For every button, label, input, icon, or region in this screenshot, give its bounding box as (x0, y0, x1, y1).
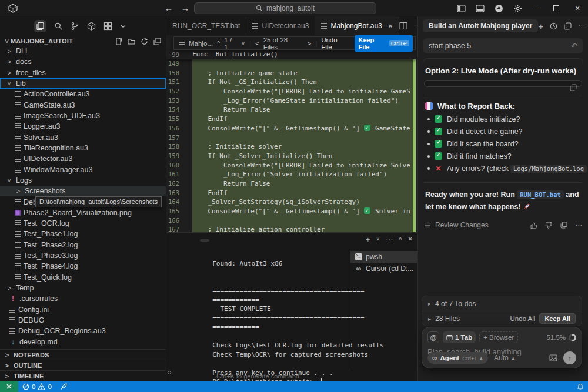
terminal-instance[interactable]: Cursor (cd D:... (350, 263, 417, 274)
collapse-all-icon[interactable] (153, 38, 161, 45)
editor-tab[interactable]: UIDetector.au3 (246, 16, 315, 35)
tree-item[interactable]: Config.ini (0, 304, 166, 315)
panel-tab[interactable] (200, 239, 209, 242)
editor-tab[interactable]: MahjongBot.au3 ✕ (315, 16, 399, 35)
tree-item[interactable]: Lib (0, 78, 166, 89)
tree-item[interactable]: free_tiles (0, 68, 166, 78)
command-center-search[interactable]: mahjong_autoit (194, 2, 376, 14)
attach-image-icon[interactable] (549, 354, 557, 362)
menu-item[interactable] (32, 4, 42, 12)
menu-item[interactable] (64, 4, 74, 12)
search-icon[interactable] (54, 22, 63, 31)
restore-checkpoint-icon[interactable]: ↶ (571, 42, 577, 51)
status-item[interactable] (564, 353, 573, 364)
tree-item[interactable]: UIDetector.au3 (0, 153, 166, 164)
editor-tab[interactable]: RUN_OCR_TEST.bat (166, 16, 246, 35)
tree-item[interactable]: Solver.au3 (0, 132, 166, 143)
files-row[interactable]: ▸ 28 Files Undo All Keep All (422, 311, 582, 326)
tree-item[interactable]: Logger.au3 (0, 121, 166, 132)
todos-row[interactable]: ▸ 4 of 7 To-dos (422, 296, 582, 311)
sidebar-section-timeline[interactable]: TIMELINE (0, 370, 166, 381)
toggle-panel-icon[interactable] (476, 4, 485, 13)
history-icon[interactable] (550, 22, 557, 30)
tree-item[interactable]: Test_Phase1.log (0, 229, 166, 239)
tree-item[interactable]: ImageSearch_UDF.au3 (0, 110, 166, 121)
add-browser-chip[interactable]: + Browser (479, 331, 518, 343)
terminal-dropdown-icon[interactable]: ∨ (376, 236, 380, 244)
new-file-icon[interactable] (115, 38, 122, 45)
more-views-chevron-icon[interactable] (120, 23, 126, 29)
sidebar-section-outline[interactable]: OUTLINE (0, 360, 166, 370)
terminal-more-icon[interactable]: ⋯ (386, 236, 393, 244)
tree-item[interactable]: Test_OCR.log (0, 218, 166, 229)
tab-context-chip[interactable]: 1 Tab (443, 331, 476, 343)
prev-file-icon[interactable]: < (255, 40, 259, 47)
undo-all-button[interactable]: Undo All (510, 315, 536, 322)
close-tab-icon[interactable]: ✕ (388, 23, 393, 29)
mention-button[interactable]: @ (427, 331, 439, 343)
new-folder-icon[interactable] (128, 38, 135, 45)
status-item[interactable] (564, 387, 573, 392)
explorer-header[interactable]: MAHJONG_AUTOIT (0, 35, 166, 47)
tree-item[interactable]: WindowManager.au3 (0, 164, 166, 175)
remote-indicator[interactable] (0, 381, 18, 392)
review-changes-row[interactable]: Review Changes ⋯ (424, 221, 582, 229)
terminal-output[interactable]: Found: AutoIt3 x86 =====================… (173, 250, 349, 377)
tree-item[interactable]: Test_Quick.log (0, 272, 166, 283)
keep-file-button[interactable]: Keep FileCtrl+↵ (355, 35, 413, 52)
tree-item[interactable]: docs (0, 56, 166, 67)
feedback-rocket-icon[interactable] (56, 381, 72, 392)
tree-item[interactable]: ActionController.au3 (0, 89, 166, 99)
tree-item[interactable]: Screenshots (0, 186, 166, 196)
cursor-ai-icon[interactable] (495, 4, 503, 13)
keep-all-button[interactable]: Keep All (539, 313, 576, 324)
prev-diff-icon[interactable]: ^ (217, 40, 220, 47)
terminal-instance[interactable]: pwsh (350, 251, 417, 263)
tree-item[interactable]: Test_Phase2.log (0, 240, 166, 250)
extensions-icon[interactable] (103, 22, 112, 31)
tree-item[interactable]: .cursorrules (0, 293, 166, 304)
explorer-icon[interactable] (34, 20, 46, 32)
problems-status[interactable]: 0 0 (18, 381, 56, 392)
tree-item[interactable]: Temp (0, 283, 166, 293)
agent-mode-selector[interactable]: ∞ Agent Ctrl+I ▲ (427, 352, 488, 364)
settings-gear-icon[interactable] (513, 4, 522, 13)
menu-item[interactable] (53, 4, 64, 12)
source-control-icon[interactable] (71, 22, 79, 31)
maximize-button[interactable] (546, 0, 567, 16)
remote-explorer-icon[interactable] (87, 22, 96, 31)
thumbs-down-icon[interactable] (545, 222, 553, 229)
close-panel-icon[interactable]: ✕ (408, 236, 413, 244)
copy-icon[interactable] (560, 222, 567, 229)
tree-item[interactable]: Logs (0, 175, 166, 186)
menu-item[interactable] (21, 4, 32, 12)
tree-item[interactable]: develop.md (0, 336, 166, 347)
nav-back-icon[interactable]: ← (165, 4, 173, 13)
model-selector[interactable]: Auto▲ (494, 354, 516, 362)
split-editor-icon[interactable] (399, 22, 407, 30)
tree-item[interactable]: Test_Phase3.log (0, 250, 166, 261)
undo-file-button[interactable]: Undo File (321, 36, 349, 51)
tree-item[interactable]: DLL (0, 46, 166, 56)
tree-item[interactable]: Debug_OCR_Regions.au3 (0, 326, 166, 336)
status-item[interactable] (564, 376, 573, 387)
open-in-editor-icon[interactable] (564, 22, 572, 30)
nav-forward-icon[interactable]: → (181, 4, 189, 13)
tree-item[interactable]: Phase2_Board_Visualization.png (0, 207, 166, 218)
toggle-sidebar-icon[interactable] (457, 4, 466, 13)
next-file-icon[interactable]: > (307, 40, 311, 47)
minimize-button[interactable]: — (524, 0, 546, 16)
message-more-icon[interactable]: ⋯ (575, 221, 582, 229)
chat-composer[interactable]: @ 1 Tab + Browser 51.5% Plan, search, bu… (422, 327, 582, 368)
menu-item[interactable] (42, 4, 53, 12)
tree-item[interactable]: GameState.au3 (0, 100, 166, 110)
refresh-icon[interactable] (141, 38, 148, 45)
status-item[interactable] (564, 364, 573, 376)
chat-more-icon[interactable]: ⋯ (578, 22, 585, 30)
close-button[interactable]: ✕ (567, 0, 588, 16)
copy-icon[interactable] (570, 84, 577, 91)
sidebar-section-notepads[interactable]: NOTEPADS (0, 349, 166, 360)
notifications-bell-icon[interactable] (573, 381, 588, 392)
thumbs-up-icon[interactable] (530, 222, 537, 229)
new-chat-icon[interactable]: + (538, 21, 543, 31)
